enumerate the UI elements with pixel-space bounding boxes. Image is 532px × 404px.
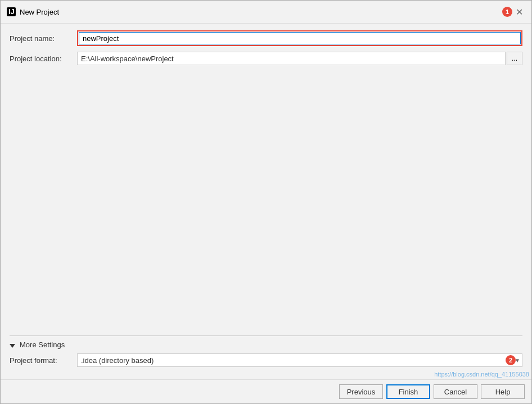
project-format-row: Project format: .idea (directory based) … bbox=[10, 353, 522, 367]
more-settings-label: More Settings bbox=[20, 341, 65, 349]
svg-text:IJ: IJ bbox=[8, 7, 15, 16]
finish-button[interactable]: Finish bbox=[386, 384, 430, 399]
project-name-row: Project name: bbox=[10, 30, 522, 46]
browse-button[interactable]: ... bbox=[507, 52, 522, 65]
step-badge-1: 1 bbox=[502, 7, 512, 17]
step-badge-2: 2 bbox=[506, 355, 516, 365]
new-project-dialog: IJ New Project 1 ✕ Project name: Project… bbox=[0, 0, 532, 404]
project-format-select-wrapper: .idea (directory based) .ipr (file based… bbox=[77, 353, 522, 367]
content-spacer bbox=[10, 71, 522, 335]
project-name-label: Project name: bbox=[10, 34, 77, 43]
close-button[interactable]: ✕ bbox=[512, 5, 526, 19]
help-button[interactable]: Help bbox=[481, 384, 525, 399]
triangle-icon bbox=[10, 342, 16, 348]
project-name-input[interactable] bbox=[79, 32, 521, 44]
dialog-title: New Project bbox=[20, 8, 500, 16]
project-location-row: Project location: ... bbox=[10, 52, 522, 65]
watermark-text: https://blog.csdn.net/qq_41155038 bbox=[432, 370, 531, 379]
title-bar: IJ New Project 1 ✕ bbox=[1, 1, 531, 24]
more-settings-section: More Settings Project format: .idea (dir… bbox=[10, 335, 522, 373]
more-settings-toggle[interactable]: More Settings bbox=[10, 341, 522, 349]
project-format-label: Project format: bbox=[10, 356, 77, 365]
dialog-content: Project name: Project location: ... More… bbox=[1, 24, 531, 379]
svg-marker-2 bbox=[10, 344, 15, 348]
cancel-button[interactable]: Cancel bbox=[434, 384, 477, 399]
project-location-input[interactable] bbox=[77, 52, 506, 65]
project-location-label: Project location: bbox=[10, 55, 77, 63]
button-bar: Previous Finish Cancel Help bbox=[1, 379, 531, 403]
project-format-select[interactable]: .idea (directory based) .ipr (file based… bbox=[77, 353, 522, 367]
project-name-highlight bbox=[77, 30, 522, 46]
app-icon: IJ bbox=[6, 7, 16, 17]
previous-button[interactable]: Previous bbox=[339, 384, 383, 399]
